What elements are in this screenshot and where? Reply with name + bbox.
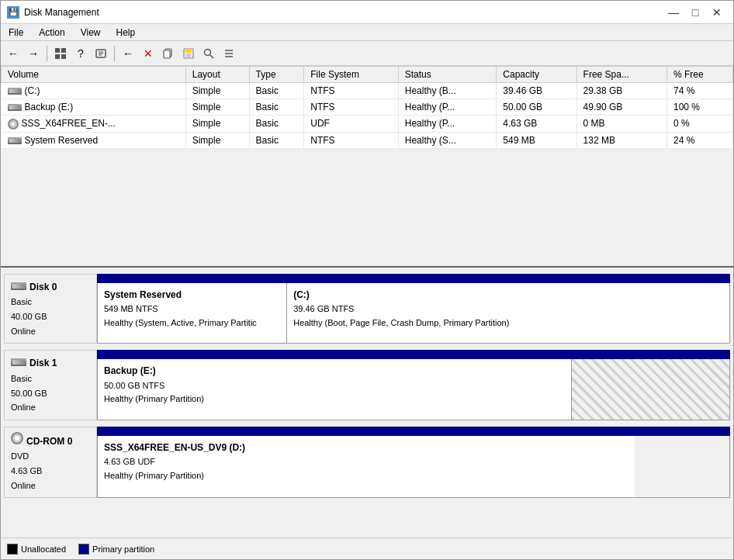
svg-rect-9	[164, 50, 170, 58]
menu-view[interactable]: View	[73, 24, 109, 40]
svg-rect-2	[55, 54, 60, 59]
undo-button[interactable]: ←	[119, 44, 137, 63]
cell-filesystem: NTFS	[304, 99, 399, 116]
menu-bar: File Action View Help	[1, 24, 733, 41]
col-volume[interactable]: Volume	[2, 67, 186, 83]
partition[interactable]: System Reserved 549 MB NTFS Healthy (Sys…	[98, 283, 287, 343]
partition[interactable]: (C:) 39.46 GB NTFS Healthy (Boot, Page F…	[287, 283, 729, 343]
cell-capacity: 39.46 GB	[497, 83, 576, 99]
table-row[interactable]: System Reserved Simple Basic NTFS Health…	[2, 132, 733, 148]
title-buttons: — □ ✕	[663, 5, 727, 20]
forward-button[interactable]: →	[24, 44, 43, 63]
menu-action[interactable]: Action	[31, 24, 72, 40]
col-type[interactable]: Type	[249, 67, 304, 83]
volume-table: Volume Layout Type File System Status Ca…	[1, 66, 733, 149]
svg-rect-3	[61, 54, 66, 59]
legend-bar: Unallocated Primary partition	[1, 538, 733, 559]
separator-2	[114, 46, 115, 61]
toolbar: ← → ? ← ✕	[1, 41, 733, 66]
svg-rect-1	[61, 48, 66, 53]
cell-layout: Simple	[185, 99, 249, 116]
cell-volume: SSS_X64FREE_EN-...	[2, 116, 186, 133]
close-button[interactable]: ✕	[707, 5, 727, 20]
legend-primary: Primary partition	[78, 544, 154, 555]
list-button[interactable]	[220, 44, 238, 63]
maximize-button[interactable]: □	[685, 5, 705, 20]
disk-row-1: Disk 1 Basic 50.00 GB Online Backup (E:)…	[4, 350, 730, 420]
svg-rect-12	[186, 54, 191, 57]
main-content: Volume Layout Type File System Status Ca…	[1, 66, 733, 559]
partition[interactable]: SSS_X64FREE_EN-US_DV9 (D:) 4.63 GB UDF H…	[98, 436, 635, 497]
cell-free: 49.90 GB	[576, 99, 666, 116]
grid-button[interactable]	[51, 44, 70, 63]
col-status[interactable]: Status	[398, 67, 497, 83]
cell-capacity: 4.63 GB	[497, 116, 576, 133]
disk-map-area: Disk 0 Basic 40.00 GB Online System Rese…	[1, 268, 733, 538]
partition[interactable]	[572, 359, 730, 419]
disk-label: Disk 1 Basic 50.00 GB Online	[4, 350, 97, 420]
delete-button[interactable]: ✕	[139, 44, 158, 63]
col-filesystem[interactable]: File System	[304, 67, 399, 83]
title-bar: 💾 Disk Management — □ ✕	[1, 1, 733, 24]
cell-free: 29.38 GB	[576, 83, 666, 99]
menu-help[interactable]: Help	[109, 24, 144, 40]
search-button[interactable]	[199, 44, 218, 63]
table-row[interactable]: (C:) Simple Basic NTFS Healthy (B... 39.…	[2, 83, 733, 99]
copy-button[interactable]	[159, 44, 178, 63]
cell-filesystem: NTFS	[304, 83, 399, 99]
disk-row-0: Disk 0 Basic 40.00 GB Online System Rese…	[4, 274, 730, 344]
save-button[interactable]	[179, 44, 198, 63]
cell-volume: System Reserved	[2, 132, 186, 148]
cell-pct: 24 %	[667, 132, 733, 148]
disk-row-2: CD-ROM 0 DVD 4.63 GB Online SSS_X64FREE_…	[4, 427, 730, 498]
cell-volume: Backup (E:)	[2, 99, 186, 116]
svg-point-13	[205, 49, 211, 55]
legend-label-primary: Primary partition	[92, 544, 154, 554]
minimize-button[interactable]: —	[663, 5, 684, 20]
main-window: 💾 Disk Management — □ ✕ File Action View…	[0, 0, 734, 560]
menu-file[interactable]: File	[1, 24, 31, 40]
col-pct[interactable]: % Free	[667, 67, 733, 83]
cell-capacity: 549 MB	[497, 132, 576, 148]
cell-type: Basic	[249, 116, 304, 133]
volume-table-area: Volume Layout Type File System Status Ca…	[1, 66, 733, 268]
cell-type: Basic	[249, 99, 304, 116]
cell-type: Basic	[249, 83, 304, 99]
window-title: Disk Management	[24, 7, 663, 18]
separator-1	[47, 46, 47, 61]
cell-status: Healthy (B...	[398, 83, 497, 99]
disk-label: CD-ROM 0 DVD 4.63 GB Online	[4, 427, 97, 498]
back-button[interactable]: ←	[4, 44, 23, 63]
svg-rect-0	[55, 48, 60, 53]
legend-box-primary	[78, 544, 89, 555]
legend-label-unallocated: Unallocated	[21, 544, 66, 554]
cell-layout: Simple	[185, 83, 249, 99]
cell-status: Healthy (P...	[398, 99, 497, 116]
svg-rect-11	[185, 49, 192, 53]
svg-line-14	[210, 54, 214, 58]
properties-button[interactable]	[92, 44, 110, 63]
cell-pct: 74 %	[667, 83, 733, 99]
help-button[interactable]: ?	[71, 44, 90, 63]
cell-layout: Simple	[185, 132, 249, 148]
legend-box-unallocated	[7, 544, 18, 555]
cell-filesystem: UDF	[304, 116, 399, 133]
cell-pct: 100 %	[667, 99, 733, 116]
cell-status: Healthy (P...	[398, 116, 497, 133]
cell-type: Basic	[249, 132, 304, 148]
table-row[interactable]: SSS_X64FREE_EN-... Simple Basic UDF Heal…	[2, 116, 733, 133]
app-icon: 💾	[7, 6, 19, 19]
legend-unallocated: Unallocated	[7, 544, 66, 555]
cell-volume: (C:)	[2, 83, 186, 99]
partition[interactable]: Backup (E:) 50.00 GB NTFS Healthy (Prima…	[98, 359, 572, 419]
col-layout[interactable]: Layout	[185, 67, 249, 83]
cell-free: 0 MB	[576, 116, 666, 133]
col-capacity[interactable]: Capacity	[497, 67, 576, 83]
cell-pct: 0 %	[667, 116, 733, 133]
cell-status: Healthy (S...	[398, 132, 497, 148]
cell-free: 132 MB	[576, 132, 666, 148]
table-row[interactable]: Backup (E:) Simple Basic NTFS Healthy (P…	[2, 99, 733, 116]
cell-filesystem: NTFS	[304, 132, 399, 148]
col-free[interactable]: Free Spa...	[576, 67, 666, 83]
disk-label: Disk 0 Basic 40.00 GB Online	[4, 274, 97, 344]
